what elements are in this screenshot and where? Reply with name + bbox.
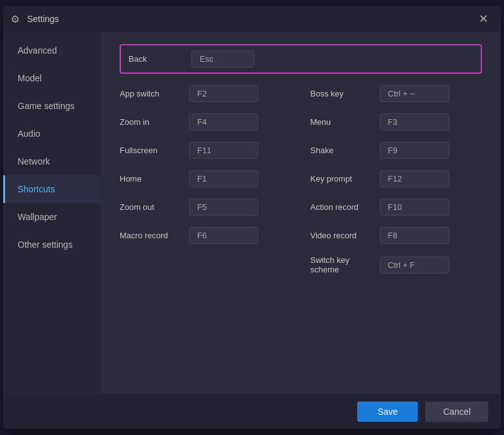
shortcut-key[interactable]: F2 — [189, 85, 258, 102]
shortcut-label: Video record — [311, 231, 380, 240]
shortcut-row[interactable]: Macro recordF6 — [120, 227, 292, 244]
settings-icon: ⚙ — [11, 13, 22, 25]
shortcut-key[interactable]: F6 — [189, 227, 258, 244]
cancel-button[interactable]: Cancel — [425, 402, 488, 422]
shortcut-label: Boss key — [311, 89, 380, 98]
shortcut-row[interactable]: HomeF1 — [120, 170, 292, 187]
shortcut-key[interactable]: F11 — [189, 142, 258, 159]
shortcut-key[interactable]: F12 — [380, 170, 449, 187]
sidebar-item-advanced[interactable]: Advanced — [3, 37, 101, 64]
sidebar-item-game-settings[interactable]: Game settings — [3, 92, 101, 120]
shortcut-row[interactable]: ShakeF9 — [311, 142, 483, 159]
right-column: Boss keyCtrl + ~MenuF3ShakeF9Key promptF… — [311, 85, 483, 286]
shortcut-key[interactable]: F10 — [380, 199, 449, 216]
shortcut-key[interactable]: Ctrl + ~ — [380, 85, 449, 102]
shortcut-label: Menu — [311, 117, 380, 127]
shortcut-key[interactable]: F8 — [380, 227, 449, 244]
shortcut-label: Macro record — [120, 231, 189, 240]
sidebar-item-shortcuts[interactable]: Shortcuts — [3, 175, 101, 203]
sidebar-item-wallpaper[interactable]: Wallpaper — [3, 203, 101, 231]
shortcut-key[interactable]: F4 — [189, 113, 258, 130]
shortcut-label: Action record — [311, 202, 380, 212]
shortcut-label: Key prompt — [311, 174, 380, 183]
back-key[interactable]: Esc — [192, 50, 255, 67]
sidebar-item-other-settings[interactable]: Other settings — [3, 231, 101, 258]
shortcut-row[interactable]: Action recordF10 — [311, 199, 483, 216]
shortcut-row[interactable]: Zoom outF5 — [120, 199, 292, 216]
back-shortcut-row[interactable]: Back Esc — [120, 44, 482, 74]
close-button[interactable]: ✕ — [474, 9, 493, 28]
footer: Save Cancel — [3, 394, 501, 429]
titlebar: ⚙ Settings ✕ — [3, 6, 501, 32]
shortcut-row[interactable]: Zoom inF4 — [120, 113, 292, 130]
save-button[interactable]: Save — [357, 402, 418, 422]
sidebar-item-network[interactable]: Network — [3, 148, 101, 175]
shortcut-row[interactable]: Video recordF8 — [311, 227, 483, 244]
shortcut-label: App switch — [120, 89, 189, 98]
shortcut-label: Switch key scheme — [311, 255, 380, 274]
shortcut-row[interactable]: FullscreenF11 — [120, 142, 292, 159]
shortcut-label: Fullscreen — [120, 146, 189, 155]
settings-dialog: ⚙ Settings ✕ AdvancedModelGame settingsA… — [3, 6, 501, 429]
sidebar-item-audio[interactable]: Audio — [3, 120, 101, 148]
left-column: App switchF2Zoom inF4FullscreenF11HomeF1… — [120, 85, 292, 286]
shortcut-label: Home — [120, 174, 189, 183]
shortcut-key[interactable]: F1 — [189, 170, 258, 187]
dialog-body: AdvancedModelGame settingsAudioNetworkSh… — [3, 32, 501, 394]
shortcut-key[interactable]: Ctrl + F — [380, 257, 449, 274]
dialog-title: Settings — [27, 14, 474, 24]
sidebar-item-model[interactable]: Model — [3, 64, 101, 92]
shortcut-row[interactable]: Boss keyCtrl + ~ — [311, 85, 483, 102]
shortcut-key[interactable]: F9 — [380, 142, 449, 159]
shortcut-row[interactable]: App switchF2 — [120, 85, 292, 102]
shortcuts-content: Back Esc App switchF2Zoom inF4Fullscreen… — [101, 32, 501, 394]
shortcut-row[interactable]: Switch key schemeCtrl + F — [311, 255, 483, 274]
shortcut-key[interactable]: F3 — [380, 113, 449, 130]
shortcut-label: Shake — [311, 146, 380, 155]
shortcut-key[interactable]: F5 — [189, 199, 258, 216]
sidebar: AdvancedModelGame settingsAudioNetworkSh… — [3, 32, 101, 394]
shortcut-label: Zoom out — [120, 202, 189, 212]
shortcut-row[interactable]: Key promptF12 — [311, 170, 483, 187]
shortcut-label: Zoom in — [120, 117, 189, 127]
shortcuts-columns: App switchF2Zoom inF4FullscreenF11HomeF1… — [120, 85, 482, 286]
back-label: Back — [129, 54, 192, 64]
shortcut-row[interactable]: MenuF3 — [311, 113, 483, 130]
